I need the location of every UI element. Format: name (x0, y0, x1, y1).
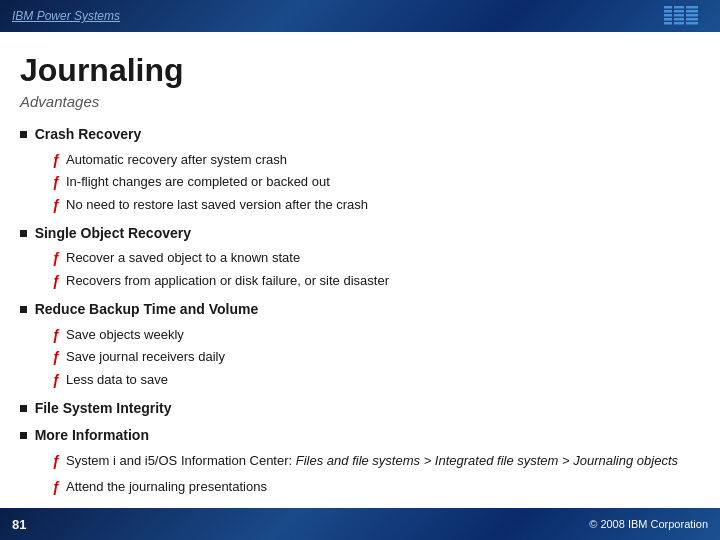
svg-rect-1 (664, 10, 672, 13)
bullet-icon (20, 131, 27, 138)
section-header-moreinfo: More Information (20, 425, 700, 447)
section-title-filesystem: File System Integrity (35, 400, 172, 416)
sub-item-text: In-flight changes are completed or backe… (66, 172, 330, 192)
more-info-italic: Files and file systems > Integrated file… (296, 453, 678, 468)
svg-rect-9 (674, 22, 684, 25)
svg-rect-10 (686, 6, 698, 9)
svg-rect-7 (674, 14, 684, 17)
svg-rect-8 (674, 18, 684, 21)
section-header-filesystem: File System Integrity (20, 398, 700, 420)
list-item: ƒ Automatic recovery after system crash (52, 150, 700, 172)
more-info-line-1: ƒ System i and i5/OS Information Center:… (52, 451, 700, 473)
svg-rect-11 (686, 10, 698, 13)
page-subtitle: Advantages (20, 93, 700, 110)
section-reduce-backup: Reduce Backup Time and Volume ƒ Save obj… (20, 299, 700, 392)
header: IBM Power Systems (0, 0, 720, 32)
f-bullet-icon: ƒ (52, 477, 62, 499)
svg-rect-3 (664, 18, 672, 21)
more-info-prefix: System i and i5/OS Information Center: (66, 453, 296, 468)
list-item: ƒ Recovers from application or disk fail… (52, 271, 700, 293)
footer-page-number: 81 (12, 517, 26, 532)
svg-rect-2 (664, 14, 672, 17)
list-item: ƒ No need to restore last saved version … (52, 195, 700, 217)
page-title: Journaling (20, 52, 700, 89)
svg-rect-14 (686, 22, 698, 25)
more-info-line-3: ƒ Attend the journaling presentations (52, 477, 700, 499)
section-single-object: Single Object Recovery ƒ Recover a saved… (20, 223, 700, 293)
section-title-crash: Crash Recovery (35, 126, 142, 142)
svg-rect-12 (686, 14, 698, 17)
section-crash-recovery: Crash Recovery ƒ Automatic recovery afte… (20, 124, 700, 217)
f-bullet-icon: ƒ (52, 370, 62, 392)
main-content: Journaling Advantages Crash Recovery ƒ A… (0, 32, 720, 514)
footer-copyright: © 2008 IBM Corporation (589, 518, 708, 530)
list-item: ƒ Less data to save (52, 370, 700, 392)
content-area: Crash Recovery ƒ Automatic recovery afte… (20, 124, 700, 498)
list-item: ƒ Save objects weekly (52, 325, 700, 347)
section-title-moreinfo: More Information (35, 427, 149, 443)
bullet-icon (20, 306, 27, 313)
more-info-text-1: System i and i5/OS Information Center: F… (66, 451, 678, 471)
f-bullet-icon: ƒ (52, 325, 62, 347)
svg-rect-5 (674, 6, 684, 9)
sub-item-text: Save journal receivers daily (66, 347, 225, 367)
section-header-single: Single Object Recovery (20, 223, 700, 245)
sub-item-text: Save objects weekly (66, 325, 184, 345)
more-info-text-2: Attend the journaling presentations (66, 477, 267, 497)
section-header-crash: Crash Recovery (20, 124, 700, 146)
f-bullet-icon: ƒ (52, 248, 62, 270)
list-item: ƒ System i and i5/OS Information Center:… (52, 451, 700, 475)
section-file-system: File System Integrity (20, 398, 700, 420)
f-bullet-icon: ƒ (52, 451, 62, 473)
svg-rect-0 (664, 6, 672, 9)
f-bullet-icon: ƒ (52, 150, 62, 172)
footer: 81 © 2008 IBM Corporation (0, 508, 720, 540)
bullet-icon (20, 432, 27, 439)
sub-item-text: Automatic recovery after system crash (66, 150, 287, 170)
f-bullet-icon: ƒ (52, 172, 62, 194)
section-header-reduce: Reduce Backup Time and Volume (20, 299, 700, 321)
sub-item-text: No need to restore last saved version af… (66, 195, 368, 215)
sub-item-text: Recovers from application or disk failur… (66, 271, 389, 291)
section-title-reduce: Reduce Backup Time and Volume (35, 301, 259, 317)
list-item: ƒ Attend the journaling presentations (52, 477, 700, 499)
f-bullet-icon: ƒ (52, 195, 62, 217)
section-title-single: Single Object Recovery (35, 225, 191, 241)
sub-item-text: Less data to save (66, 370, 168, 390)
ibm-logo (664, 6, 708, 26)
bullet-icon (20, 230, 27, 237)
section-more-info: More Information ƒ System i and i5/OS In… (20, 425, 700, 498)
svg-rect-4 (664, 22, 672, 25)
header-title: IBM Power Systems (12, 9, 120, 23)
sub-item-text: Recover a saved object to a known state (66, 248, 300, 268)
svg-rect-6 (674, 10, 684, 13)
list-item: ƒ In-flight changes are completed or bac… (52, 172, 700, 194)
list-item: ƒ Save journal receivers daily (52, 347, 700, 369)
svg-rect-13 (686, 18, 698, 21)
f-bullet-icon: ƒ (52, 347, 62, 369)
bullet-icon (20, 405, 27, 412)
f-bullet-icon: ƒ (52, 271, 62, 293)
list-item: ƒ Recover a saved object to a known stat… (52, 248, 700, 270)
